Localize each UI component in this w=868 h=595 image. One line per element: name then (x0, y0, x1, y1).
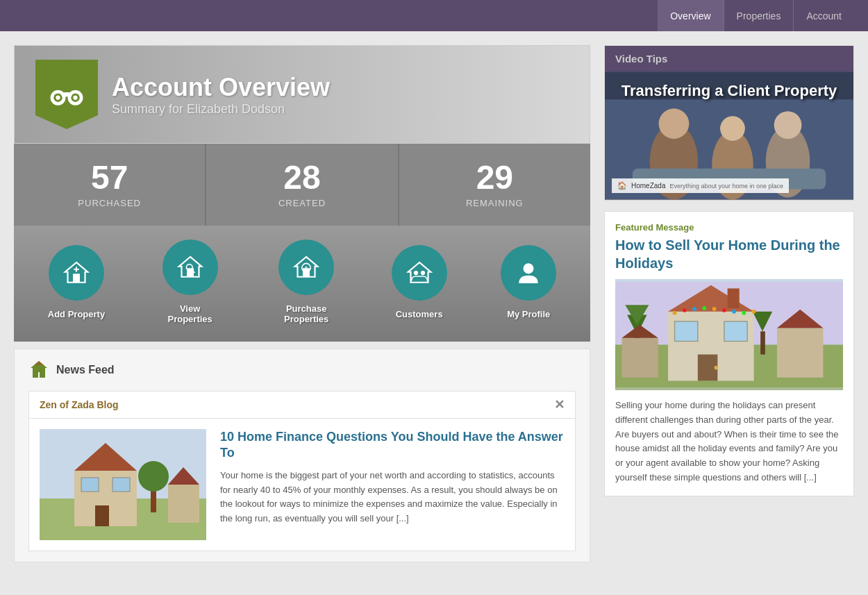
homezada-logo: 🏠 (617, 181, 627, 190)
video-branding: 🏠 HomeZada Everything about your home in… (612, 178, 789, 193)
svg-point-5 (56, 96, 60, 100)
action-my-profile[interactable]: My Profile (501, 245, 556, 319)
stat-remaining-number: 29 (413, 161, 576, 194)
video-tips-header: Video Tips (605, 46, 853, 72)
svg-point-67 (752, 310, 756, 314)
top-navigation: Overview Properties Account (0, 0, 868, 31)
svg-rect-28 (81, 478, 99, 492)
nav-properties[interactable]: Properties (724, 0, 794, 31)
news-feed-title: News Feed (56, 364, 115, 376)
add-property-circle (49, 245, 104, 301)
news-feed-header: News Feed (28, 360, 576, 380)
view-properties-circle (162, 240, 218, 295)
blog-title: 10 Home Finance Questions You Should Hav… (220, 429, 565, 462)
svg-point-59 (673, 311, 677, 315)
stat-created: 28 CREATED (206, 144, 399, 226)
svg-point-20 (414, 270, 418, 274)
svg-point-21 (421, 270, 425, 274)
svg-point-41 (774, 111, 802, 139)
my-profile-label: My Profile (507, 309, 550, 319)
blog-source-label: Zen of Zada Blog (40, 399, 119, 410)
blog-section: Zen of Zada Blog ✕ (28, 391, 576, 551)
svg-point-22 (524, 263, 534, 274)
svg-rect-30 (95, 505, 109, 526)
house-search-icon (176, 253, 204, 281)
svg-point-62 (702, 306, 706, 310)
add-property-label: Add Property (48, 309, 105, 319)
account-icon-badge (35, 60, 98, 129)
account-header: Account Overview Summary for Elizabeth D… (14, 45, 590, 144)
stat-created-label: CREATED (220, 198, 383, 208)
page-subtitle: Summary for Elizabeth Dodson (112, 102, 330, 117)
actions-row: Add Property View Properties (14, 226, 590, 342)
stat-remaining: 29 REMAINING (399, 144, 590, 226)
svg-point-61 (692, 307, 696, 311)
svg-rect-53 (728, 288, 740, 308)
action-customers[interactable]: Customers (392, 245, 447, 319)
blog-body: Your home is the biggest part of your ne… (220, 469, 565, 526)
blog-image (40, 429, 206, 540)
svg-rect-4 (61, 92, 72, 97)
blog-content: 10 Home Finance Questions You Should Hav… (29, 419, 575, 551)
view-properties-label: View Properties (159, 303, 222, 324)
house-dollar-icon: $ (292, 253, 320, 281)
right-sidebar: Video Tips (604, 45, 854, 562)
news-icon (28, 360, 49, 380)
action-view-properties[interactable]: View Properties (159, 240, 222, 324)
svg-rect-50 (724, 321, 747, 342)
account-title-block: Account Overview Summary for Elizabeth D… (112, 73, 330, 117)
homezada-name: HomeZada (631, 182, 665, 190)
featured-label: Featured Message (615, 222, 843, 233)
svg-point-65 (732, 310, 736, 314)
homezada-tagline: Everything about your home in one place (669, 183, 783, 190)
purchase-properties-circle: $ (278, 240, 334, 295)
action-add-property[interactable]: Add Property (48, 245, 105, 319)
svg-rect-57 (760, 331, 765, 354)
featured-image (615, 279, 843, 390)
stat-purchased-label: PURCHASED (28, 198, 191, 208)
svg-point-64 (722, 308, 726, 312)
svg-rect-70 (622, 338, 658, 378)
blog-text: 10 Home Finance Questions You Should Hav… (220, 429, 565, 540)
customers-icon (406, 259, 433, 287)
svg-point-39 (720, 116, 745, 141)
blog-house-image (40, 429, 206, 540)
customers-circle (392, 245, 447, 301)
stat-remaining-label: REMAINING (413, 198, 576, 208)
customers-label: Customers (396, 309, 443, 319)
svg-rect-68 (777, 328, 824, 377)
house-plus-icon (62, 259, 90, 287)
svg-rect-8 (73, 274, 80, 283)
svg-rect-49 (675, 321, 698, 342)
close-button[interactable]: ✕ (554, 397, 565, 412)
blog-header: Zen of Zada Blog ✕ (29, 392, 575, 419)
svg-point-52 (715, 366, 719, 370)
nav-overview[interactable]: Overview (658, 0, 724, 31)
svg-point-66 (742, 311, 746, 315)
video-title-overlay: Transferring a Client Property (605, 82, 853, 100)
video-tips-label: Video Tips (615, 53, 667, 65)
video-thumbnail[interactable]: Transferring a Client Property 🏠 HomeZad… (605, 72, 853, 200)
main-content: Account Overview Summary for Elizabeth D… (14, 45, 590, 562)
svg-point-6 (73, 96, 77, 100)
featured-house-svg (615, 279, 843, 390)
stat-created-number: 28 (220, 161, 383, 194)
svg-point-63 (712, 307, 717, 311)
featured-message-card: Featured Message How to Sell Your Home D… (604, 211, 854, 496)
nav-account[interactable]: Account (794, 0, 854, 31)
stats-row: 57 PURCHASED 28 CREATED 29 REMAINING (14, 144, 590, 226)
my-profile-circle (501, 245, 556, 301)
binoculars-icon (49, 77, 84, 112)
svg-rect-33 (168, 485, 199, 523)
svg-point-32 (138, 461, 169, 492)
page-title: Account Overview (112, 73, 330, 102)
stat-purchased-number: 57 (28, 161, 191, 194)
action-purchase-properties[interactable]: $ Purchase Properties (275, 240, 337, 324)
featured-body: Selling your home during the holidays ca… (615, 399, 843, 485)
svg-point-60 (683, 308, 687, 312)
svg-point-37 (659, 108, 690, 139)
video-tips-card: Video Tips (604, 45, 854, 201)
news-feed-section: News Feed Zen of Zada Blog ✕ (14, 349, 590, 562)
person-icon (515, 259, 542, 287)
svg-rect-29 (112, 478, 130, 492)
